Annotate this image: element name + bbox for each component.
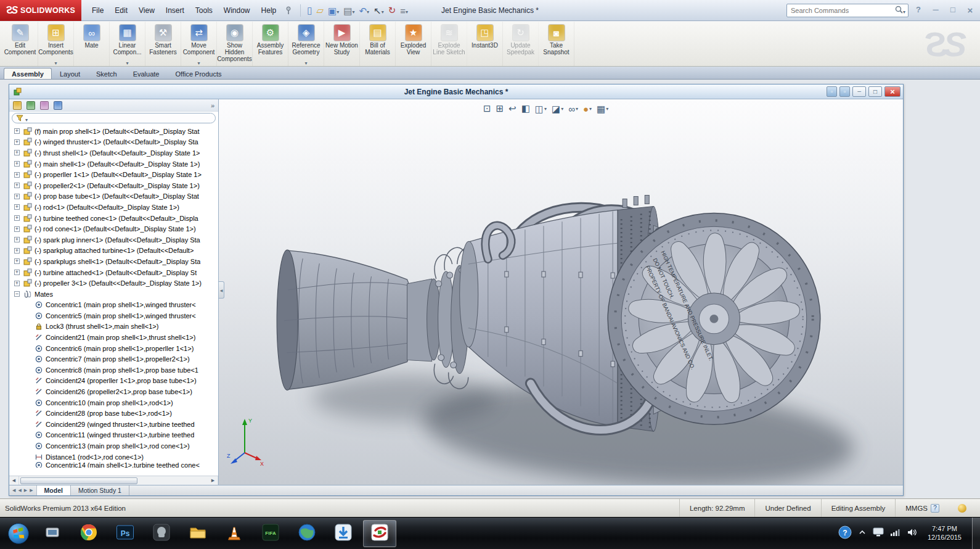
panel-chevron-icon[interactable] bbox=[211, 102, 214, 109]
command-tab[interactable]: Assembly bbox=[4, 68, 52, 79]
ribbon-button[interactable]: ⚙ Assembly Features bbox=[253, 22, 288, 66]
taskbar-app-button[interactable] bbox=[290, 520, 324, 547]
tree-item-mate[interactable]: Concentric10 (main prop shell<1>,rod<1>) bbox=[9, 397, 218, 408]
tree-filter[interactable] bbox=[12, 113, 216, 123]
command-tab[interactable]: Evaluate bbox=[125, 68, 168, 79]
tree-item-component[interactable]: (-) propeller 3<1> (Default<<Default>_Di… bbox=[9, 278, 218, 289]
menu-item[interactable]: Help bbox=[256, 4, 282, 17]
expander-icon[interactable] bbox=[14, 258, 20, 264]
expander-icon[interactable] bbox=[14, 183, 20, 188]
toolbar-button[interactable]: ▣ bbox=[327, 4, 340, 17]
tree-item-mate[interactable]: Coincident28 (prop base tube<1>,rod<1>) bbox=[9, 408, 218, 419]
configurationmanager-tab-icon[interactable] bbox=[40, 101, 49, 110]
menu-item[interactable]: Insert bbox=[160, 4, 190, 17]
expander-icon[interactable] bbox=[14, 194, 20, 199]
command-tab[interactable]: Sketch bbox=[88, 68, 125, 79]
tree-item-component[interactable]: (-) winged thruster<1> (Default<<Default… bbox=[9, 137, 218, 148]
menu-item[interactable]: Tools bbox=[190, 4, 218, 17]
toolbar-button[interactable]: ▤ bbox=[342, 4, 356, 17]
taskbar-app-button[interactable] bbox=[218, 520, 251, 547]
doc-window-button[interactable] bbox=[827, 86, 837, 97]
ribbon-button[interactable]: ∞ Mate bbox=[74, 22, 110, 66]
search-icon[interactable] bbox=[895, 5, 903, 16]
doc-minimize-button[interactable] bbox=[852, 86, 866, 97]
expander-icon[interactable] bbox=[14, 226, 20, 232]
menu-item[interactable]: Edit bbox=[109, 4, 133, 17]
expander-icon[interactable] bbox=[14, 139, 20, 145]
tray-icon[interactable] bbox=[873, 527, 884, 540]
ribbon-button[interactable]: ▶ New Motion Study bbox=[324, 22, 360, 66]
tree-item-component[interactable]: (-) sparkplug attached turbine<1> (Defau… bbox=[9, 246, 218, 257]
expander-icon[interactable] bbox=[14, 237, 20, 242]
ribbon-button[interactable]: ◈ Reference Geometry bbox=[288, 22, 324, 66]
tree-item-mate[interactable]: Concentric8 (main prop shell<1>,prop bas… bbox=[9, 365, 218, 376]
tab-first-arrow[interactable] bbox=[12, 488, 15, 493]
ribbon-button[interactable]: ▤ Bill of Materials bbox=[360, 22, 396, 66]
ribbon-button[interactable]: ⚒ Smart Fasteners bbox=[145, 22, 181, 66]
doc-close-button[interactable] bbox=[884, 86, 900, 97]
hud-button[interactable]: ⊡ bbox=[483, 104, 491, 114]
hud-button[interactable]: ⊞ bbox=[496, 104, 504, 114]
tree-item-mate[interactable]: Concentric11 (winged thruster<1>,turbine… bbox=[9, 430, 218, 441]
tree-item-component[interactable]: (-) turbine teethed cone<1> (Default<<De… bbox=[9, 213, 218, 224]
hud-button[interactable]: ● bbox=[583, 102, 592, 114]
tree-item-component[interactable]: (-) properller 1<1> (Default<<Default>_D… bbox=[9, 169, 218, 180]
tree-item-mate[interactable]: Distance1 (rod<1>,rod cone<1>) bbox=[9, 452, 218, 463]
featuremanager-tab-icon[interactable] bbox=[13, 101, 22, 110]
tray-icon[interactable] bbox=[907, 528, 917, 539]
hud-button[interactable]: ◪ bbox=[552, 102, 563, 114]
expander-icon[interactable] bbox=[14, 270, 20, 275]
tab-prev-arrow[interactable] bbox=[18, 488, 21, 493]
tree-item-mate[interactable]: Concentric14 (main shell<1>,turbine teet… bbox=[9, 462, 218, 468]
hud-button[interactable]: ↩ bbox=[508, 104, 517, 114]
ribbon-button[interactable]: ≋ Explode Line Sketch bbox=[431, 22, 467, 66]
tree-item-mate[interactable]: Concentric1 (main prop shell<1>,winged t… bbox=[9, 300, 218, 311]
search-scope-caret[interactable] bbox=[903, 5, 905, 16]
doc-window-button[interactable] bbox=[839, 86, 850, 97]
show-desktop-button[interactable] bbox=[972, 518, 980, 549]
quick-tips-icon[interactable] bbox=[931, 504, 939, 513]
close-button[interactable] bbox=[965, 5, 975, 15]
command-tab[interactable]: Layout bbox=[52, 68, 88, 79]
engine-fan[interactable]: HIGH TEMPERATURE AND PRESSURE INLET. DO … bbox=[608, 213, 820, 424]
expander-icon[interactable] bbox=[14, 150, 20, 155]
search-input[interactable] bbox=[790, 6, 895, 15]
tree-item-mate[interactable]: Coincident29 (winged thruster<1>,turbine… bbox=[9, 419, 218, 430]
displaymanager-tab-icon[interactable] bbox=[54, 101, 62, 110]
tree-item-component[interactable]: (-) spark plug inner<1> (Default<<Defaul… bbox=[9, 234, 218, 246]
tree-item-mate[interactable]: Coincident21 (main prop shell<1>,thrust … bbox=[9, 332, 218, 343]
hud-button[interactable]: ∞ bbox=[568, 102, 578, 114]
scroll-right-button[interactable] bbox=[208, 476, 218, 485]
ribbon-button[interactable]: ✎ Edit Component bbox=[2, 22, 38, 66]
tree-item-component[interactable]: (-) thrust shell<1> (Default<<Default>_D… bbox=[9, 147, 218, 159]
taskbar-app-button[interactable] bbox=[36, 520, 69, 547]
graphics-viewport[interactable]: ⊡ ⊞ ↩ bbox=[219, 99, 903, 485]
taskbar-app-button[interactable] bbox=[145, 520, 178, 547]
tree-item-mate[interactable]: Lock3 (thrust shell<1>,main shell<1>) bbox=[9, 321, 218, 332]
expander-icon[interactable] bbox=[14, 161, 20, 167]
tree-item-mate[interactable]: Coincident24 (properller 1<1>,prop base … bbox=[9, 376, 218, 387]
toolbar-button[interactable]: ↶ bbox=[357, 4, 370, 17]
tree-item-component[interactable]: (-) propeller2<1> (Default<<Default>_Dis… bbox=[9, 180, 218, 191]
help-icon[interactable] bbox=[913, 5, 923, 15]
taskbar-app-button[interactable] bbox=[72, 520, 105, 547]
tree-item-mate[interactable]: Concentric7 (main prop shell<1>,propelle… bbox=[9, 353, 218, 365]
start-button[interactable] bbox=[5, 520, 32, 547]
tree-item-component[interactable]: (-) rod<1> (Default<<Default>_Display St… bbox=[9, 202, 218, 213]
tray-icon[interactable] bbox=[890, 528, 900, 539]
hud-button[interactable]: ◧ bbox=[521, 104, 530, 114]
model-tab[interactable]: Motion Study 1 bbox=[71, 485, 129, 495]
tray-icon[interactable] bbox=[858, 528, 867, 539]
ribbon-button[interactable]: ⇄ Move Component bbox=[181, 22, 217, 66]
expander-icon[interactable] bbox=[14, 291, 20, 297]
tab-next-arrow[interactable] bbox=[24, 488, 27, 493]
ribbon-button[interactable]: ★ Exploded View bbox=[396, 22, 431, 66]
propertymanager-tab-icon[interactable] bbox=[27, 101, 35, 110]
tree-item-component[interactable]: (-) rod cone<1> (Default<<Default>_Displ… bbox=[9, 223, 218, 234]
expander-icon[interactable] bbox=[14, 172, 20, 178]
scroll-left-button[interactable] bbox=[9, 476, 19, 485]
status-resources-icon[interactable] bbox=[958, 504, 966, 513]
ribbon-button[interactable]: ◙ Take Snapshot bbox=[539, 22, 574, 66]
taskbar-app-button[interactable] bbox=[327, 520, 360, 547]
tree-item-component[interactable]: (-) main shell<1> (Default<<Default>_Dis… bbox=[9, 159, 218, 170]
